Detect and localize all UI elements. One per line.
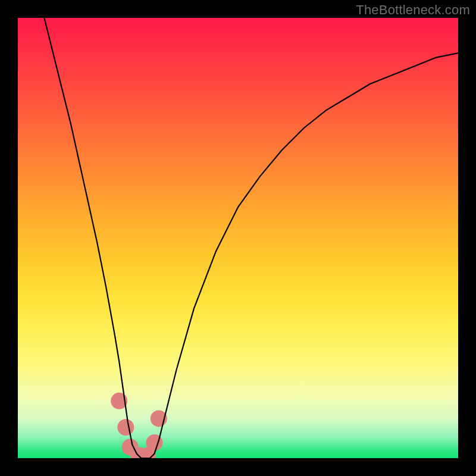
chart-frame: TheBottleneck.com	[0, 0, 476, 476]
valley-marker	[117, 419, 134, 436]
curve-layer	[18, 18, 458, 458]
plot-area	[18, 18, 458, 458]
valley-marker-group	[111, 393, 167, 458]
bottleneck-curve	[44, 18, 458, 458]
watermark-text: TheBottleneck.com	[356, 2, 470, 18]
